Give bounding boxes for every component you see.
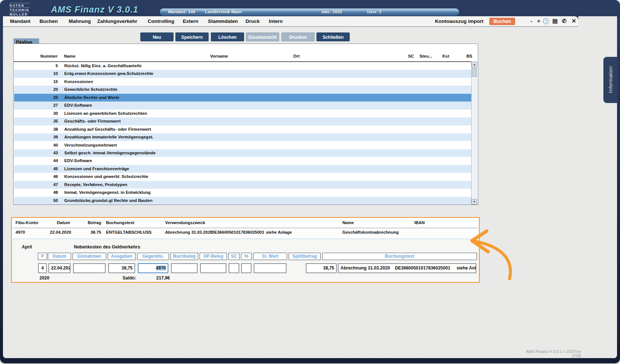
sc-column-button[interactable]: SC xyxy=(228,253,240,260)
op-beleg-field[interactable] xyxy=(200,263,226,273)
sc-field[interactable] xyxy=(229,263,239,273)
menubar-spacer xyxy=(578,16,617,27)
ausgaben-column-button[interactable]: Ausgaben xyxy=(107,253,136,260)
menu-item-stammdaten[interactable]: Stammdaten xyxy=(208,18,238,24)
account-row[interactable]: 43Selbst gesch. immat.Vermögensgegenstän… xyxy=(14,149,471,157)
st-wert-column-button[interactable]: St. Wert xyxy=(253,253,287,260)
information-tab[interactable]: Information xyxy=(603,57,618,103)
account-nummer: 44 xyxy=(23,158,58,163)
logo-line: TECHNIK xyxy=(10,7,30,12)
splittbetrag-column-button[interactable]: Splittbetrag xyxy=(288,253,321,260)
menu-item-mandant[interactable]: Mandant xyxy=(10,18,31,24)
buchungstext-column-button[interactable]: Buchungstext xyxy=(322,253,477,260)
account-row[interactable]: 46Konzessionen und gewerbl. Schutzrechte xyxy=(14,173,471,181)
st-wert-field[interactable] xyxy=(254,263,287,273)
account-nummer: 15 xyxy=(23,79,58,84)
help-icon[interactable]: ? xyxy=(543,18,549,24)
account-row[interactable]: 50Grundstücke,grundst-gl Rechte und Baut… xyxy=(14,197,471,205)
einzelansicht-button[interactable]: Einzelansicht xyxy=(246,32,279,41)
entry-name: Geschäftskontoabrechnung xyxy=(342,230,399,234)
app-title: AMS Finanz V 3.0.1 xyxy=(51,4,138,15)
account-row[interactable]: 30Lizenzen an gewerblichen Schutzrechten xyxy=(14,110,471,117)
menu-item-buchen[interactable]: Buchen xyxy=(40,18,58,24)
account-row[interactable]: 47Rezepte, Verfahren, Prototypen xyxy=(14,181,471,189)
account-name: Geschäfts- oder Firmenwert xyxy=(64,119,121,123)
prozent-column-button[interactable]: % xyxy=(241,253,252,260)
account-name: Grundstücke,grundst-gl Rechte und Bauten xyxy=(64,198,153,203)
scroll-down-icon[interactable]: ▼ xyxy=(472,199,477,205)
fibu-header-iban: IBAN xyxy=(414,220,425,225)
menu-item-zahlungsverkehr[interactable]: Zahlungsverkehr xyxy=(97,18,137,24)
buchen-mode-button[interactable]: Buchen xyxy=(489,18,515,25)
op-beleg-column-button[interactable]: OP-Beleg xyxy=(199,253,227,260)
account-nummer: 48 xyxy=(23,190,58,195)
ausgaben-field[interactable]: 38,75 xyxy=(108,263,135,273)
schlieen-button[interactable]: Schließen xyxy=(316,32,350,41)
lschen-button[interactable]: Löschen xyxy=(211,32,244,41)
information-tab-label: Information xyxy=(608,56,613,103)
entry-buchungstext: ENTGELTABSCHLUSS xyxy=(106,230,152,234)
menu-item-intern[interactable]: Intern xyxy=(269,18,283,24)
buchungstext-field[interactable]: Abrechnung 31.03.2020 DE3660050101783602… xyxy=(338,263,476,273)
zoom-in-icon[interactable]: + xyxy=(536,18,541,24)
account-nummer: 38 xyxy=(23,127,58,131)
account-row[interactable]: 25Ähnliche Rechte und Werte xyxy=(14,94,471,102)
book-icon[interactable]: ▤ xyxy=(552,18,558,24)
speichern-button[interactable]: Speichern xyxy=(175,32,209,41)
saldo-value: 217,96 xyxy=(141,275,170,281)
account-row[interactable]: 27EDV-Software xyxy=(14,102,471,109)
table-scrollbar[interactable]: ▲ ▼ xyxy=(471,62,477,204)
menu-item-extern[interactable]: Extern xyxy=(183,18,198,24)
account-row[interactable]: 44EDV-Software xyxy=(14,157,471,165)
entry-verwendungszweck-ref: DE36600501017836025001 xyxy=(211,230,264,234)
account-row[interactable]: 45Lizenzen und Franchiseverträge xyxy=(14,165,471,173)
einnahmen-column-button[interactable]: Einnahmen xyxy=(72,253,106,260)
scroll-up-icon[interactable]: ▲ xyxy=(472,62,477,67)
account-row[interactable]: 15Konzessionen xyxy=(14,78,471,86)
splittbetrag-field[interactable]: 38,75 xyxy=(306,263,337,273)
account-name: Ähnliche Rechte und Werte xyxy=(64,95,119,100)
account-row[interactable]: 39Anzahlungen immaterielle Vermögensgegs… xyxy=(14,133,471,141)
account-row[interactable]: 10Entg.erwor.Konzessionen gew.Schutzrech… xyxy=(14,70,471,78)
close-icon[interactable]: ✕ xyxy=(571,18,577,24)
fibu-header-betrag: Betrag xyxy=(75,220,101,225)
gegenkonto-column-button[interactable]: Gegenkto. xyxy=(137,253,169,260)
entry-datum: 22.04.2020 xyxy=(50,230,71,234)
account-name: Entg.erwor.Konzessionen gew.Schutzrechte xyxy=(64,71,153,76)
drucken-button[interactable]: Drucken xyxy=(281,32,315,41)
status-jahr: Jahr: 2020 xyxy=(321,10,342,14)
account-name: Immat. Vermögensgegenst. in Entwicklung xyxy=(64,190,151,195)
account-row[interactable]: 20Gewerbliche Schutzrechte xyxy=(14,86,471,93)
neu-button[interactable]: Neu xyxy=(140,32,174,41)
account-name: Konzessionen xyxy=(64,79,93,84)
entry-verwendungszweck-note: siehe Anlage xyxy=(266,230,292,234)
p-column-button[interactable]: P xyxy=(38,253,47,260)
zoom-out-icon[interactable]: - xyxy=(529,18,534,24)
account-row[interactable]: 5Rückst. fällig Einz. a. Geschäftsanteil… xyxy=(14,62,471,70)
account-row[interactable]: 40Verschmelzungsmehrwert xyxy=(14,141,471,149)
gegenkonto-field[interactable]: 4970 xyxy=(138,263,168,273)
datum-column-button[interactable]: Datum xyxy=(48,253,71,260)
buchbeleg-field[interactable] xyxy=(171,263,198,273)
menu-item-mahnung[interactable]: Mahnung xyxy=(69,18,91,24)
fibu-header-datum: Datum xyxy=(57,220,70,225)
datum-field[interactable]: 22.04.2020 xyxy=(48,263,71,273)
buchbeleg-column-button[interactable]: Buchbeleg xyxy=(170,253,198,260)
fibu-header-konto: Fibu-Konto xyxy=(16,220,38,225)
menu-item-druck[interactable]: Druck xyxy=(246,18,260,24)
account-row[interactable]: 35Geschäfts- oder Firmenwert xyxy=(14,117,471,125)
p-field[interactable]: 4 xyxy=(38,263,47,273)
menubar: MandantBuchenMahnungZahlungsverkehrContr… xyxy=(3,16,578,27)
menu-item-controlling[interactable]: Controlling xyxy=(148,18,174,24)
prozent-field[interactable] xyxy=(241,263,251,273)
column-header-kst: Kst xyxy=(442,54,449,58)
account-row[interactable]: 48Immat. Vermögensgegenst. in Entwicklun… xyxy=(14,189,471,196)
account-nummer: 50 xyxy=(23,198,58,203)
scrollbar-thumb[interactable] xyxy=(472,68,477,77)
einnahmen-field[interactable] xyxy=(73,263,106,273)
kontoauszug-import-menu[interactable]: Kontoauszug import xyxy=(435,18,483,24)
status-user: User: 2 xyxy=(367,10,381,14)
phone-icon[interactable]: ✆ xyxy=(561,18,567,24)
account-nummer: 20 xyxy=(23,87,58,92)
account-row[interactable]: 38Anzahlung auf Geschäfts- oder Firmenwe… xyxy=(14,126,471,133)
